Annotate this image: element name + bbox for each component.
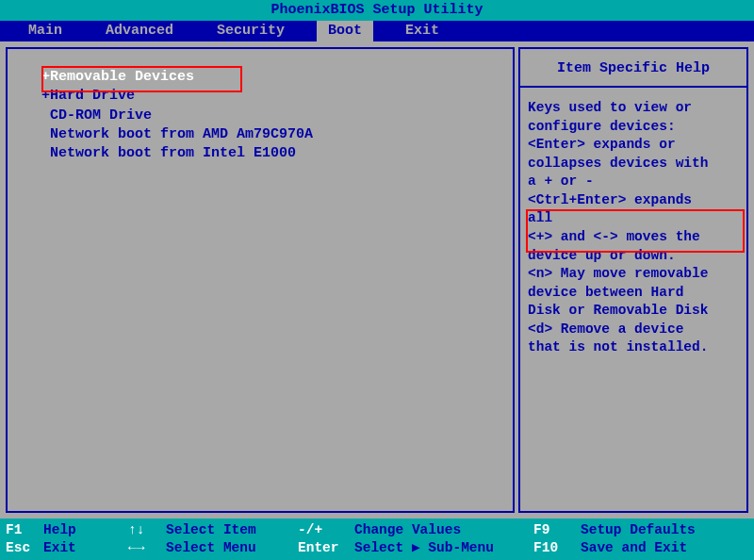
app-title: PhoenixBIOS Setup Utility <box>270 2 483 18</box>
menu-advanced[interactable]: Advanced <box>94 21 185 41</box>
boot-item-label: CD-ROM Drive <box>50 107 152 124</box>
hint-setup-defaults: Setup Defaults <box>581 522 748 537</box>
hint-help: Help <box>43 522 128 537</box>
menu-security[interactable]: Security <box>205 21 296 41</box>
expand-prefix: + <box>41 88 50 104</box>
boot-item-label: Hard Drive <box>50 88 135 104</box>
key-minusplus: -/+ <box>298 522 354 537</box>
expand-prefix: + <box>41 69 50 85</box>
key-esc: Esc <box>6 540 43 555</box>
menu-boot[interactable]: Boot <box>317 21 373 41</box>
key-enter: Enter <box>298 540 354 555</box>
boot-list[interactable]: +Removable Devices +Hard Drive CD-ROM Dr… <box>15 55 505 163</box>
boot-item-removable[interactable]: +Removable Devices <box>41 68 505 87</box>
help-title: Item Specific Help <box>528 55 739 86</box>
boot-item-net-amd[interactable]: Network boot from AMD Am79C970A <box>41 125 505 144</box>
expand-prefix <box>41 126 50 142</box>
boot-item-harddrive[interactable]: +Hard Drive <box>41 87 505 106</box>
expand-prefix <box>41 145 50 161</box>
help-panel: Item Specific Help Keys used to view or … <box>518 47 748 513</box>
help-body: Keys used to view or configure devices: … <box>528 99 739 357</box>
hint-exit: Exit <box>43 540 128 555</box>
title-bar: PhoenixBIOS Setup Utility <box>0 0 754 21</box>
boot-item-net-intel[interactable]: Network boot from Intel E1000 <box>41 144 505 163</box>
bios-screen: PhoenixBIOS Setup Utility Main Advanced … <box>0 0 754 560</box>
boot-order-panel: +Removable Devices +Hard Drive CD-ROM Dr… <box>6 47 515 513</box>
key-f9: F9 <box>533 522 581 537</box>
menu-main[interactable]: Main <box>17 21 74 41</box>
boot-item-label: Removable Devices <box>50 69 194 85</box>
footer-keyhints: F1 Help ↑↓ Select Item -/+ Change Values… <box>0 519 754 560</box>
workspace: +Removable Devices +Hard Drive CD-ROM Dr… <box>0 41 754 519</box>
boot-item-label: Network boot from AMD Am79C970A <box>50 126 313 142</box>
key-updown: ↑↓ <box>128 522 166 537</box>
menu-bar: Main Advanced Security Boot Exit <box>0 21 754 41</box>
key-f1: F1 <box>6 522 43 537</box>
hint-select-submenu: Select ▶ Sub-Menu <box>354 539 533 555</box>
hint-select-item: Select Item <box>166 522 298 537</box>
key-f10: F10 <box>533 540 581 555</box>
boot-item-label: Network boot from Intel E1000 <box>50 145 296 161</box>
hint-select-menu: Select Menu <box>166 540 298 555</box>
hint-save-exit: Save and Exit <box>581 540 748 555</box>
help-divider <box>520 86 746 88</box>
boot-item-cdrom[interactable]: CD-ROM Drive <box>41 107 505 125</box>
key-leftright: ←→ <box>128 540 166 555</box>
expand-prefix <box>41 107 50 124</box>
menu-exit[interactable]: Exit <box>394 21 451 41</box>
hint-change-values: Change Values <box>354 522 533 537</box>
